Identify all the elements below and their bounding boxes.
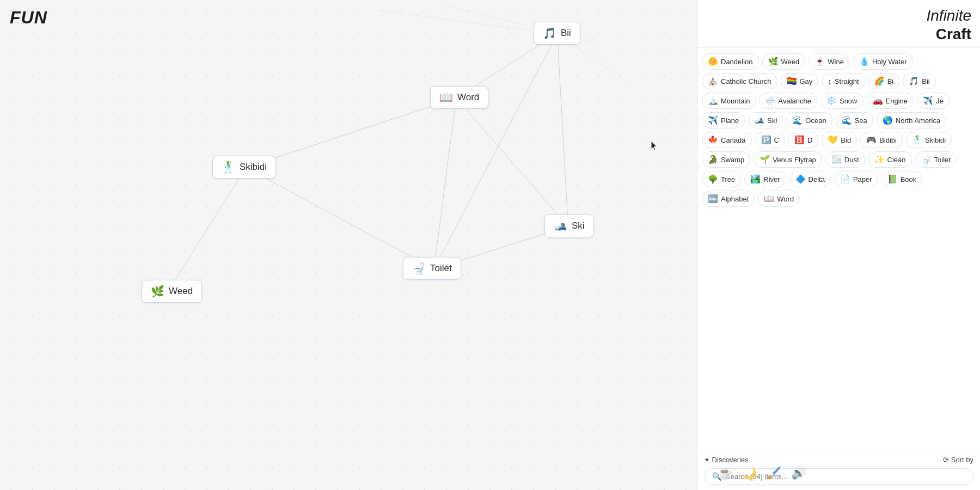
chip-emoji: ✨ (874, 155, 885, 164)
chip-label: Sea (855, 117, 867, 125)
chip-label: Gay (800, 77, 813, 85)
chip-emoji: 🏔️ (708, 96, 718, 106)
item-chip-toilet[interactable]: 🚽Toilet (915, 151, 957, 168)
sort-button[interactable]: ⟳ Sort by (943, 456, 973, 464)
chip-emoji: 🌱 (759, 155, 770, 164)
chip-emoji: 🎮 (866, 135, 877, 145)
item-chip-engine[interactable]: 🚗Engine (867, 93, 914, 109)
node-skibidi[interactable]: 🕺Skibidi (212, 156, 276, 179)
chip-label: Alphabet (721, 195, 749, 203)
item-chip-dust[interactable]: 🌫️Dust (825, 151, 865, 168)
chip-emoji: ❄️ (826, 96, 837, 106)
craft-text: Craft (927, 25, 972, 44)
item-chip-holy-water[interactable]: 💧Holy Water (853, 53, 913, 70)
chip-emoji: 🌎 (883, 115, 893, 125)
chip-emoji: 🚗 (873, 96, 883, 106)
item-chip-ocean[interactable]: 🌊Ocean (786, 112, 832, 128)
toolbar-icon-1[interactable]: 🌙 (742, 466, 757, 480)
chip-emoji: 📗 (887, 174, 898, 184)
toolbar-icon-3[interactable]: 🔊 (791, 466, 806, 480)
chip-label: Dandelion (721, 58, 753, 66)
item-chip-alphabet[interactable]: 🔤Alphabet (702, 191, 755, 207)
chip-label: Bi (887, 77, 894, 85)
item-chip-wine[interactable]: 🍷Wine (808, 53, 850, 70)
item-chip-plane[interactable]: ✈️Plane (702, 112, 745, 128)
item-chip-swamp[interactable]: 🐊Swamp (702, 151, 750, 168)
node-emoji-ski: 🎿 (554, 219, 567, 232)
bottom-toolbar: ☕🌙🖌️🔊 (718, 466, 806, 480)
chip-label: D (807, 136, 812, 144)
item-chip-ski[interactable]: 🎿Ski (748, 112, 783, 128)
node-weed[interactable]: 🌿Weed (142, 280, 202, 303)
chip-emoji: 🌊 (842, 115, 852, 125)
item-chip-river[interactable]: 🏞️River (744, 171, 786, 187)
item-chip-bii[interactable]: 🎵Bii (903, 73, 935, 89)
item-chip-skibidi[interactable]: 🕺Skibidi (906, 132, 952, 148)
item-chip-snow[interactable]: ❄️Snow (820, 93, 863, 109)
item-chip-je[interactable]: ✈️Je (917, 93, 950, 109)
item-chip-straight[interactable]: ↕️Straight (822, 73, 865, 89)
item-chip-delta[interactable]: 🔷Delta (789, 171, 831, 187)
chip-emoji: 💛 (828, 135, 838, 145)
node-word[interactable]: 📖Word (430, 86, 488, 109)
chip-emoji: 🌨️ (765, 96, 775, 106)
node-emoji-bii: 🎵 (543, 27, 556, 40)
discoveries-bar: ✦ Discoveries ⟳ Sort by (704, 456, 973, 464)
item-chip-c[interactable]: 🅿️C (755, 132, 785, 148)
item-chip-word[interactable]: 📖Word (758, 191, 800, 207)
node-label-skibidi: Skibidi (240, 162, 267, 173)
chip-label: River (763, 175, 780, 183)
item-chip-venus-flytrap[interactable]: 🌱Venus Flytrap (754, 151, 822, 168)
item-chip-catholic-church[interactable]: ⛪Catholic Church (702, 73, 777, 89)
panel-header: Infinite Craft (697, 0, 980, 48)
svg-line-7 (558, 34, 568, 226)
item-chip-north-america[interactable]: 🌎North America (877, 112, 946, 128)
item-chip-canada[interactable]: 🍁Canada (702, 132, 752, 148)
node-label-bii: Bii (561, 28, 571, 39)
toolbar-icon-2[interactable]: 🖌️ (767, 466, 781, 480)
item-chip-bid[interactable]: 💛Bid (822, 132, 857, 148)
item-chip-weed[interactable]: 🌿Weed (762, 53, 806, 70)
chip-label: Paper (853, 175, 872, 183)
item-chip-dandelion[interactable]: 🌼Dandelion (702, 53, 759, 70)
items-grid[interactable]: 🌼Dandelion🌿Weed🍷Wine💧Holy Water⛪Catholic… (697, 48, 980, 450)
item-chip-sea[interactable]: 🌊Sea (836, 112, 873, 128)
chip-label: Tree (721, 175, 735, 183)
item-chip-avalanche[interactable]: 🌨️Avalanche (759, 93, 817, 109)
node-label-weed: Weed (169, 286, 193, 297)
item-chip-bidibi[interactable]: 🎮Bidibi (860, 132, 903, 148)
chip-emoji: 💧 (859, 57, 869, 66)
node-emoji-toilet: 🚽 (412, 262, 426, 275)
fun-logo: FUN (10, 8, 47, 28)
item-chip-bi[interactable]: 🌈Bi (868, 73, 900, 89)
chip-label: Ocean (805, 117, 826, 125)
chip-emoji: ↕️ (828, 77, 832, 86)
chip-label: Ski (767, 117, 777, 125)
item-chip-clean[interactable]: ✨Clean (868, 151, 912, 168)
svg-line-1 (246, 98, 457, 168)
craft-canvas[interactable]: FUN 🎵Bii📖Word🕺Skibidi🎿Ski🚽Toilet🌿Weed (0, 0, 697, 490)
chip-emoji: 📖 (764, 194, 774, 204)
infinite-text: Infinite (927, 7, 972, 25)
node-emoji-word: 📖 (439, 91, 453, 104)
item-chip-gay[interactable]: 🏳️‍🌈Gay (781, 73, 819, 89)
item-chip-tree[interactable]: 🌳Tree (702, 171, 741, 187)
item-chip-mountain[interactable]: 🏔️Mountain (702, 93, 756, 109)
node-toilet[interactable]: 🚽Toilet (403, 257, 461, 280)
chip-label: Catholic Church (721, 77, 771, 85)
chip-label: Je (936, 97, 944, 105)
node-label-ski: Ski (572, 220, 585, 231)
node-ski[interactable]: 🎿Ski (544, 215, 594, 237)
chip-emoji: 📄 (840, 174, 850, 184)
item-chip-d[interactable]: 🅱️D (788, 132, 818, 148)
item-chip-paper[interactable]: 📄Paper (834, 171, 878, 187)
toolbar-icon-0[interactable]: ☕ (718, 466, 732, 480)
item-chip-book[interactable]: 📗Book (881, 171, 923, 187)
chip-label: Clean (887, 156, 906, 164)
chip-label: Canada (721, 136, 746, 144)
discoveries-button[interactable]: ✦ Discoveries (704, 456, 749, 464)
chip-label: Toilet (934, 156, 951, 164)
chip-label: Skibidi (925, 136, 946, 144)
chip-emoji: 🍷 (814, 57, 825, 66)
node-bii[interactable]: 🎵Bii (534, 22, 580, 45)
